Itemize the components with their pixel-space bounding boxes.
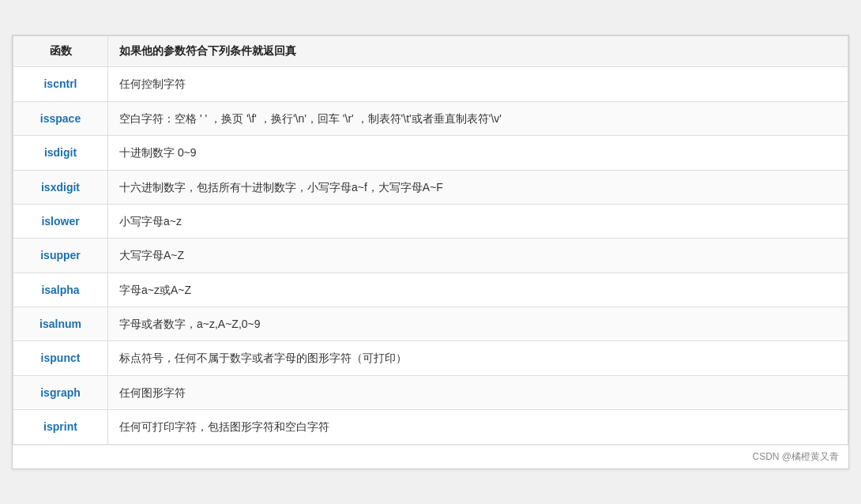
- header-desc: 如果他的参数符合下列条件就返回真: [108, 36, 848, 67]
- func-cell[interactable]: isalpha: [13, 273, 108, 307]
- table-row: isgraph任何图形字符: [13, 375, 848, 409]
- desc-cell: 任何可打印字符，包括图形字符和空白字符: [108, 410, 848, 444]
- func-cell[interactable]: isupper: [13, 239, 108, 273]
- desc-cell: 空白字符：空格 ' ' ，换页 '\f' ，换行'\n'，回车 '\r' ，制表…: [108, 101, 848, 135]
- table-header-row: 函数 如果他的参数符合下列条件就返回真: [13, 36, 848, 67]
- func-cell[interactable]: isprint: [13, 410, 108, 444]
- desc-cell: 标点符号，任何不属于数字或者字母的图形字符（可打印）: [108, 341, 848, 375]
- table-row: islower小写字母a~z: [13, 204, 848, 238]
- header-func: 函数: [13, 36, 108, 67]
- functions-table: 函数 如果他的参数符合下列条件就返回真 iscntrl任何控制字符isspace…: [13, 36, 848, 444]
- func-cell[interactable]: isdigit: [13, 136, 108, 170]
- func-cell[interactable]: isxdigit: [13, 170, 108, 204]
- table-row: isspace空白字符：空格 ' ' ，换页 '\f' ，换行'\n'，回车 '…: [13, 101, 848, 135]
- func-cell[interactable]: isgraph: [13, 375, 108, 409]
- desc-cell: 十进制数字 0~9: [108, 136, 848, 170]
- func-cell[interactable]: isalnum: [13, 307, 108, 341]
- table-row: isalnum字母或者数字，a~z,A~Z,0~9: [13, 307, 848, 341]
- func-cell[interactable]: ispunct: [13, 341, 108, 375]
- table-row: ispunct标点符号，任何不属于数字或者字母的图形字符（可打印）: [13, 341, 848, 375]
- table-row: iscntrl任何控制字符: [13, 67, 848, 101]
- func-cell[interactable]: isspace: [13, 101, 108, 135]
- func-cell[interactable]: islower: [13, 204, 108, 238]
- desc-cell: 任何图形字符: [108, 375, 848, 409]
- desc-cell: 任何控制字符: [108, 67, 848, 101]
- table-row: isalpha字母a~z或A~Z: [13, 273, 848, 307]
- table-row: isupper大写字母A~Z: [13, 239, 848, 273]
- main-container: 函数 如果他的参数符合下列条件就返回真 iscntrl任何控制字符isspace…: [12, 35, 849, 468]
- desc-cell: 字母或者数字，a~z,A~Z,0~9: [108, 307, 848, 341]
- desc-cell: 字母a~z或A~Z: [108, 273, 848, 307]
- table-row: isxdigit十六进制数字，包括所有十进制数字，小写字母a~f，大写字母A~F: [13, 170, 848, 204]
- watermark: CSDN @橘橙黄又青: [13, 445, 848, 468]
- desc-cell: 小写字母a~z: [108, 204, 848, 238]
- desc-cell: 十六进制数字，包括所有十进制数字，小写字母a~f，大写字母A~F: [108, 170, 848, 204]
- func-cell[interactable]: iscntrl: [13, 67, 108, 101]
- table-row: isdigit十进制数字 0~9: [13, 136, 848, 170]
- desc-cell: 大写字母A~Z: [108, 239, 848, 273]
- table-row: isprint任何可打印字符，包括图形字符和空白字符: [13, 410, 848, 444]
